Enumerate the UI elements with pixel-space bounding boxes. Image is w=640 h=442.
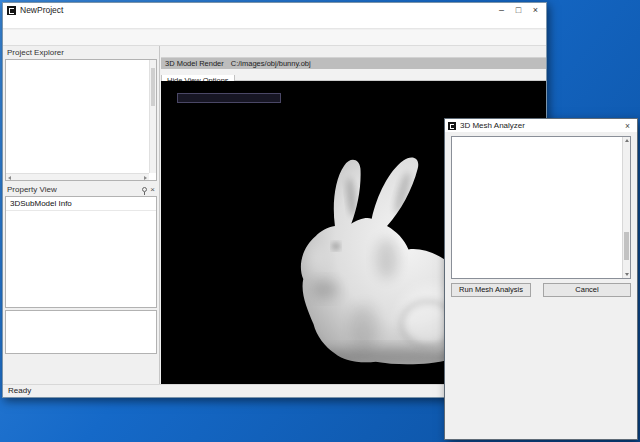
run-mesh-analysis-button[interactable]: Run Mesh Analysis xyxy=(451,283,531,297)
analysis-results-box[interactable] xyxy=(451,136,631,279)
property-group-header: 3DSubModel Info xyxy=(6,197,156,211)
results-scrollbar[interactable] xyxy=(622,137,630,278)
document-tab-bar xyxy=(161,46,546,58)
tree-horizontal-scrollbar[interactable] xyxy=(6,173,149,180)
explorer-button-row xyxy=(3,368,159,382)
render-file-path: C:/images/obj/bunny.obj xyxy=(231,59,311,69)
project-explorer-header: Project Explorer xyxy=(3,46,159,58)
title-bar[interactable]: NewProject – □ × xyxy=(3,3,546,17)
window-title: NewProject xyxy=(20,5,63,15)
pin-icon[interactable] xyxy=(142,187,147,192)
render-view-header: 3D Model Render C:/images/obj/bunny.obj xyxy=(161,58,546,69)
stats-overlay xyxy=(177,93,281,103)
menu-bar xyxy=(3,17,546,29)
desktop: NewProject – □ × Project Explorer Proper… xyxy=(0,0,640,442)
project-tree[interactable] xyxy=(5,59,157,181)
tree-vertical-scrollbar[interactable] xyxy=(149,60,156,173)
maximize-button[interactable]: □ xyxy=(510,4,527,17)
dialog-close-icon[interactable]: × xyxy=(621,120,634,132)
project-explorer-title: Project Explorer xyxy=(7,48,64,57)
property-grid: 3DSubModel Info xyxy=(5,196,157,308)
cancel-button[interactable]: Cancel xyxy=(543,283,631,297)
dialog-title: 3D Mesh Analyzer xyxy=(460,121,525,130)
property-view-header: Property View × xyxy=(3,183,159,195)
view-options-bar: Hide View Options xyxy=(161,69,546,81)
dialog-title-bar[interactable]: 3D Mesh Analyzer × xyxy=(445,119,637,132)
dialog-app-icon xyxy=(448,122,456,130)
project-explorer-panel: Project Explorer Property View × 3DSubMo… xyxy=(3,46,160,384)
property-view-close-icon[interactable]: × xyxy=(150,186,155,194)
app-icon xyxy=(7,6,16,15)
dialog-button-row: Run Mesh Analysis Cancel xyxy=(445,279,637,297)
mesh-analyzer-dialog: 3D Mesh Analyzer × Run Mesh Analysis Can… xyxy=(444,118,638,440)
property-view-title: Property View xyxy=(7,185,57,194)
toolbar xyxy=(3,30,546,46)
render-view-title: 3D Model Render xyxy=(165,59,224,69)
minimize-button[interactable]: – xyxy=(493,4,510,17)
empty-panel xyxy=(5,310,157,354)
close-button[interactable]: × xyxy=(527,4,544,17)
